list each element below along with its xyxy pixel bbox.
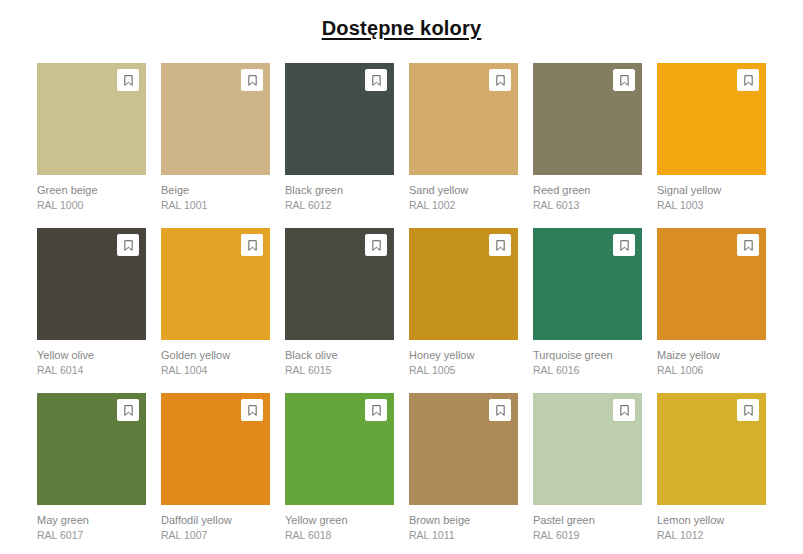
bookmark-button[interactable] [489, 234, 511, 256]
bookmark-button[interactable] [489, 69, 511, 91]
color-card: Sand yellow RAL 1002 [409, 63, 518, 211]
color-swatch[interactable] [533, 228, 642, 340]
bookmark-button[interactable] [241, 399, 263, 421]
color-ral-code: RAL 1003 [657, 200, 766, 211]
color-ral-code: RAL 1012 [657, 530, 766, 541]
color-ral-code: RAL 6013 [533, 200, 642, 211]
color-swatch[interactable] [161, 63, 270, 175]
color-name: Yellow green [285, 514, 394, 526]
bookmark-button[interactable] [489, 399, 511, 421]
color-swatch[interactable] [285, 228, 394, 340]
color-swatch[interactable] [161, 393, 270, 505]
color-swatch[interactable] [657, 63, 766, 175]
color-name: Turquoise green [533, 349, 642, 361]
color-name: Signal yellow [657, 184, 766, 196]
color-ral-code: RAL 1000 [37, 200, 146, 211]
bookmark-button[interactable] [365, 399, 387, 421]
color-name: May green [37, 514, 146, 526]
color-card: Signal yellow RAL 1003 [657, 63, 766, 211]
color-card: Pastel green RAL 6019 [533, 393, 642, 541]
color-swatch[interactable] [409, 63, 518, 175]
color-swatch[interactable] [37, 228, 146, 340]
color-name: Lemon yellow [657, 514, 766, 526]
color-swatch[interactable] [285, 393, 394, 505]
bookmark-icon [619, 239, 630, 252]
color-swatch[interactable] [409, 393, 518, 505]
bookmark-button[interactable] [613, 399, 635, 421]
color-swatch[interactable] [285, 63, 394, 175]
color-card: Yellow olive RAL 6014 [37, 228, 146, 376]
color-card: Lemon yellow RAL 1012 [657, 393, 766, 541]
color-ral-code: RAL 6019 [533, 530, 642, 541]
bookmark-button[interactable] [241, 69, 263, 91]
bookmark-icon [495, 404, 506, 417]
color-ral-code: RAL 6017 [37, 530, 146, 541]
color-ral-code: RAL 1011 [409, 530, 518, 541]
bookmark-button[interactable] [365, 69, 387, 91]
color-swatch[interactable] [409, 228, 518, 340]
bookmark-icon [495, 74, 506, 87]
color-swatch[interactable] [161, 228, 270, 340]
bookmark-icon [743, 239, 754, 252]
color-card: Black green RAL 6012 [285, 63, 394, 211]
bookmark-button[interactable] [365, 234, 387, 256]
page-title: Dostępne kolory [0, 17, 803, 40]
bookmark-icon [371, 239, 382, 252]
color-ral-code: RAL 1004 [161, 365, 270, 376]
color-palette-page: Dostępne kolory Green beige RAL 1000 Bei… [0, 17, 803, 554]
bookmark-icon [123, 404, 134, 417]
color-ral-code: RAL 6015 [285, 365, 394, 376]
bookmark-icon [247, 404, 258, 417]
color-name: Green beige [37, 184, 146, 196]
color-card: Turquoise green RAL 6016 [533, 228, 642, 376]
bookmark-button[interactable] [613, 234, 635, 256]
bookmark-icon [619, 404, 630, 417]
bookmark-icon [371, 404, 382, 417]
color-name: Black olive [285, 349, 394, 361]
color-name: Maize yellow [657, 349, 766, 361]
color-swatch[interactable] [37, 393, 146, 505]
color-ral-code: RAL 6012 [285, 200, 394, 211]
bookmark-button[interactable] [737, 69, 759, 91]
bookmark-icon [123, 74, 134, 87]
color-swatch[interactable] [37, 63, 146, 175]
color-name: Black green [285, 184, 394, 196]
color-card: Golden yellow RAL 1004 [161, 228, 270, 376]
color-swatch[interactable] [657, 228, 766, 340]
color-ral-code: RAL 1001 [161, 200, 270, 211]
color-swatch[interactable] [533, 63, 642, 175]
color-ral-code: RAL 1006 [657, 365, 766, 376]
color-name: Yellow olive [37, 349, 146, 361]
color-swatch[interactable] [533, 393, 642, 505]
bookmark-button[interactable] [613, 69, 635, 91]
bookmark-icon [247, 74, 258, 87]
color-card: Yellow green RAL 6018 [285, 393, 394, 541]
bookmark-icon [743, 74, 754, 87]
color-card: Brown beige RAL 1011 [409, 393, 518, 541]
color-card: Black olive RAL 6015 [285, 228, 394, 376]
bookmark-button[interactable] [117, 234, 139, 256]
color-name: Daffodil yellow [161, 514, 270, 526]
color-card: Honey yellow RAL 1005 [409, 228, 518, 376]
bookmark-button[interactable] [241, 234, 263, 256]
color-swatch[interactable] [657, 393, 766, 505]
color-grid: Green beige RAL 1000 Beige RAL 1001 Blac… [37, 63, 766, 541]
bookmark-button[interactable] [737, 399, 759, 421]
bookmark-button[interactable] [117, 399, 139, 421]
color-card: Daffodil yellow RAL 1007 [161, 393, 270, 541]
bookmark-icon [743, 404, 754, 417]
color-card: Reed green RAL 6013 [533, 63, 642, 211]
color-name: Golden yellow [161, 349, 270, 361]
color-ral-code: RAL 6016 [533, 365, 642, 376]
bookmark-icon [495, 239, 506, 252]
bookmark-button[interactable] [117, 69, 139, 91]
color-name: Honey yellow [409, 349, 518, 361]
bookmark-icon [123, 239, 134, 252]
color-name: Reed green [533, 184, 642, 196]
color-ral-code: RAL 1005 [409, 365, 518, 376]
color-ral-code: RAL 6014 [37, 365, 146, 376]
color-card: May green RAL 6017 [37, 393, 146, 541]
color-card: Beige RAL 1001 [161, 63, 270, 211]
bookmark-button[interactable] [737, 234, 759, 256]
color-card: Maize yellow RAL 1006 [657, 228, 766, 376]
